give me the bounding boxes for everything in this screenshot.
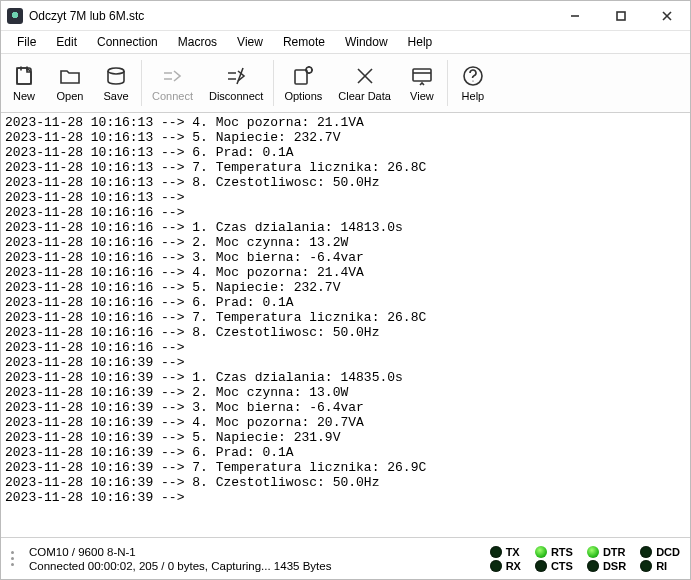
terminal-line: 2023-11-28 10:16:39 --> 7. Temperatura l… — [5, 460, 686, 475]
terminal-line: 2023-11-28 10:16:13 --> — [5, 190, 686, 205]
menu-macros[interactable]: Macros — [168, 33, 227, 51]
led-dcd: DCD — [640, 546, 680, 558]
app-icon — [7, 8, 23, 24]
help-button[interactable]: Help — [450, 56, 496, 110]
terminal-line: 2023-11-28 10:16:16 --> 2. Moc czynna: 1… — [5, 235, 686, 250]
terminal-line: 2023-11-28 10:16:16 --> 6. Prad: 0.1A — [5, 295, 686, 310]
view-label: View — [410, 90, 434, 102]
clear-icon — [353, 64, 377, 88]
terminal-line: 2023-11-28 10:16:39 --> 8. Czestotliwosc… — [5, 475, 686, 490]
led-rts: RTS — [535, 546, 573, 558]
terminal-line: 2023-11-28 10:16:13 --> 4. Moc pozorna: … — [5, 115, 686, 130]
save-button[interactable]: Save — [93, 56, 139, 110]
disconnect-label: Disconnect — [209, 90, 263, 102]
open-icon — [58, 64, 82, 88]
terminal-line: 2023-11-28 10:16:16 --> — [5, 340, 686, 355]
save-label: Save — [103, 90, 128, 102]
options-label: Options — [284, 90, 322, 102]
terminal-line: 2023-11-28 10:16:39 --> 6. Prad: 0.1A — [5, 445, 686, 460]
menubar: File Edit Connection Macros View Remote … — [1, 31, 690, 53]
help-icon — [461, 64, 485, 88]
terminal-line: 2023-11-28 10:16:39 --> — [5, 355, 686, 370]
menu-view[interactable]: View — [227, 33, 273, 51]
statusbar: COM10 / 9600 8-N-1 Connected 00:00:02, 2… — [1, 537, 690, 579]
connect-label: Connect — [152, 90, 193, 102]
terminal-line: 2023-11-28 10:16:16 --> 3. Moc bierna: -… — [5, 250, 686, 265]
status-info: Connected 00:00:02, 205 / 0 bytes, Captu… — [29, 560, 331, 572]
terminal-line: 2023-11-28 10:16:39 --> 5. Napiecie: 231… — [5, 430, 686, 445]
clear-label: Clear Data — [338, 90, 391, 102]
led-dtr: DTR — [587, 546, 626, 558]
terminal-output[interactable]: 2023-11-28 10:16:13 --> 4. Moc pozorna: … — [1, 113, 690, 537]
view-button[interactable]: View — [399, 56, 445, 110]
toolbar-separator — [273, 60, 274, 106]
terminal-line: 2023-11-28 10:16:13 --> 5. Napiecie: 232… — [5, 130, 686, 145]
terminal-line: 2023-11-28 10:16:16 --> — [5, 205, 686, 220]
terminal-line: 2023-11-28 10:16:39 --> 3. Moc bierna: -… — [5, 400, 686, 415]
terminal-line: 2023-11-28 10:16:16 --> 1. Czas dzialani… — [5, 220, 686, 235]
view-icon — [410, 64, 434, 88]
led-cts: CTS — [535, 560, 573, 572]
svg-line-6 — [237, 68, 243, 84]
status-port: COM10 / 9600 8-N-1 — [29, 546, 331, 558]
disconnect-button[interactable]: Disconnect — [201, 56, 271, 110]
menu-file[interactable]: File — [7, 33, 46, 51]
svg-rect-1 — [617, 12, 625, 20]
terminal-line: 2023-11-28 10:16:13 --> 8. Czestotliwosc… — [5, 175, 686, 190]
options-icon — [291, 64, 315, 88]
terminal-line: 2023-11-28 10:16:16 --> 7. Temperatura l… — [5, 310, 686, 325]
menu-remote[interactable]: Remote — [273, 33, 335, 51]
terminal-line: 2023-11-28 10:16:13 --> 7. Temperatura l… — [5, 160, 686, 175]
svg-point-5 — [108, 68, 124, 74]
led-dsr: DSR — [587, 560, 626, 572]
open-label: Open — [57, 90, 84, 102]
terminal-line: 2023-11-28 10:16:39 --> 4. Moc pozorna: … — [5, 415, 686, 430]
led-rx: RX — [490, 560, 521, 572]
led-tx: TX — [490, 546, 521, 558]
app-window: Odczyt 7M lub 6M.stc File Edit Connectio… — [0, 0, 691, 580]
svg-point-13 — [472, 80, 473, 81]
connect-icon — [160, 64, 184, 88]
window-title: Odczyt 7M lub 6M.stc — [29, 9, 552, 23]
terminal-line: 2023-11-28 10:16:39 --> — [5, 490, 686, 505]
options-button[interactable]: Options — [276, 56, 330, 110]
menu-window[interactable]: Window — [335, 33, 398, 51]
close-button[interactable] — [644, 1, 690, 31]
minimize-button[interactable] — [552, 1, 598, 31]
new-label: New — [13, 90, 35, 102]
maximize-button[interactable] — [598, 1, 644, 31]
grip-icon — [11, 544, 21, 574]
menu-edit[interactable]: Edit — [46, 33, 87, 51]
titlebar: Odczyt 7M lub 6M.stc — [1, 1, 690, 31]
connect-button: Connect — [144, 56, 201, 110]
clear-data-button[interactable]: Clear Data — [330, 56, 399, 110]
toolbar: New Open Save Connect Disconnect Options… — [1, 53, 690, 113]
disconnect-icon — [224, 64, 248, 88]
save-icon — [104, 64, 128, 88]
new-icon — [12, 64, 36, 88]
terminal-line: 2023-11-28 10:16:39 --> 2. Moc czynna: 1… — [5, 385, 686, 400]
led-ri: RI — [640, 560, 680, 572]
open-button[interactable]: Open — [47, 56, 93, 110]
terminal-line: 2023-11-28 10:16:39 --> 1. Czas dzialani… — [5, 370, 686, 385]
new-button[interactable]: New — [1, 56, 47, 110]
menu-connection[interactable]: Connection — [87, 33, 168, 51]
status-leds: TX RTS DTR DCD RX CTS DSR RI — [490, 546, 680, 572]
terminal-line: 2023-11-28 10:16:13 --> 6. Prad: 0.1A — [5, 145, 686, 160]
svg-rect-11 — [413, 69, 431, 81]
toolbar-separator — [447, 60, 448, 106]
terminal-line: 2023-11-28 10:16:16 --> 4. Moc pozorna: … — [5, 265, 686, 280]
terminal-line: 2023-11-28 10:16:16 --> 8. Czestotliwosc… — [5, 325, 686, 340]
help-label: Help — [462, 90, 485, 102]
menu-help[interactable]: Help — [398, 33, 443, 51]
terminal-line: 2023-11-28 10:16:16 --> 5. Napiecie: 232… — [5, 280, 686, 295]
svg-rect-7 — [295, 70, 307, 84]
toolbar-separator — [141, 60, 142, 106]
